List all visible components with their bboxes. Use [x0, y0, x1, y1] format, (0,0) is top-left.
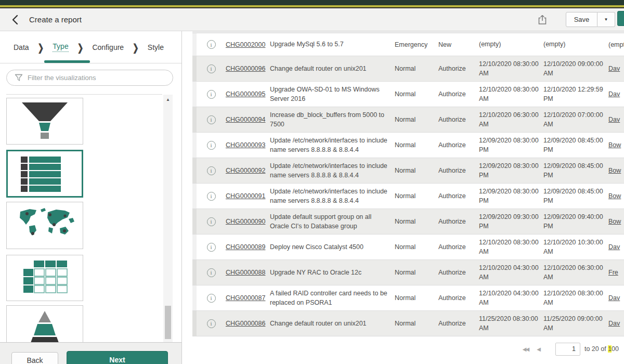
viz-list-scrollbar[interactable]: ▲ ▼ [163, 95, 173, 364]
next-button[interactable]: Next [67, 351, 168, 364]
step-separator-icon: ❯ [38, 42, 44, 53]
start-date-cell: 12/10/2020 08:30:00 AM [479, 59, 543, 78]
short-description-cell: A failed RAID controller card needs to b… [270, 289, 395, 307]
start-date-cell: 12/09/2020 08:30:00 PM [479, 136, 543, 154]
info-icon[interactable]: i [207, 192, 216, 201]
change-number-link[interactable]: CHG0000088 [226, 269, 265, 276]
change-number-link[interactable]: CHG0000092 [226, 167, 265, 174]
info-icon[interactable]: i [207, 294, 216, 303]
priority-cell: Normal [395, 243, 438, 251]
change-number-link[interactable]: CHG0002000 [226, 41, 265, 48]
back-button[interactable]: Back [11, 352, 58, 364]
assigned-to-link[interactable]: Dav [608, 294, 620, 302]
change-number-link[interactable]: CHG0000087 [226, 294, 265, 302]
state-cell: New [438, 41, 479, 48]
table-row[interactable]: i CHG0000090 Update default support grou… [192, 209, 624, 235]
assigned-to-link[interactable]: Dav [608, 90, 620, 98]
state-cell: Authorize [438, 65, 479, 72]
end-date-cell: 12/10/2020 07:00:00 AM [543, 110, 608, 129]
assigned-to-link[interactable]: Dav [608, 243, 620, 251]
save-dropdown-button[interactable]: ▼ [597, 12, 615, 27]
info-icon[interactable]: i [207, 141, 216, 150]
info-icon[interactable]: i [207, 64, 216, 73]
table-row[interactable]: i CHG0000086 Change default router on un… [192, 311, 624, 336]
info-icon[interactable]: i [207, 166, 216, 175]
wizard-steps: Data ❯ Type ❯ Configure ❯ Style [0, 31, 181, 63]
row-left-strip [192, 285, 197, 310]
table-row[interactable]: i CHG0000089 Deploy new Cisco Catalyst 4… [192, 235, 624, 260]
back-chevron-button[interactable] [8, 13, 22, 27]
filter-field [6, 70, 173, 86]
assigned-to-link[interactable]: Dav [608, 320, 620, 327]
info-icon[interactable]: i [207, 319, 216, 328]
assigned-to-link[interactable]: Bow [608, 192, 621, 200]
change-number-link[interactable]: CHG0000089 [226, 243, 265, 251]
viz-option-world-map[interactable] [6, 202, 83, 249]
save-button[interactable]: Save [566, 12, 597, 27]
row-left-strip [192, 209, 197, 234]
state-cell: Authorize [438, 294, 479, 302]
change-number-link[interactable]: CHG0000086 [226, 320, 265, 327]
scroll-up-icon[interactable]: ▲ [163, 96, 173, 104]
previous-page-icon[interactable]: ◀ [537, 346, 540, 352]
assigned-to-link[interactable]: (empty) [608, 41, 624, 48]
step-configure[interactable]: Configure [92, 43, 124, 51]
table-row[interactable]: i CHG0000088 Upgrade NY RAC to Oracle 12… [192, 260, 624, 285]
first-page-icon[interactable]: ◀◀ [523, 346, 528, 352]
table-row[interactable]: i CHG0000095 Upgrade OWA-SD-01 to MS Win… [192, 82, 624, 107]
short-description-cell: Update default support group on all Orac… [270, 212, 395, 231]
assigned-to-link[interactable]: Bow [608, 141, 621, 149]
row-left-strip [192, 158, 197, 183]
change-number-link[interactable]: CHG0000096 [226, 65, 265, 72]
filter-visualizations-input[interactable] [6, 70, 173, 86]
step-data[interactable]: Data [14, 43, 29, 51]
end-date-cell: (empty) [543, 40, 608, 49]
end-date-cell: 12/09/2020 08:45:00 PM [543, 161, 608, 180]
short-description-cell: Upgrade OWA-SD-01 to MS Windows Server 2… [270, 85, 395, 103]
info-icon[interactable]: i [207, 40, 216, 49]
info-icon[interactable]: i [207, 243, 216, 252]
funnel-filter-icon [15, 74, 23, 82]
viz-option-funnel[interactable] [6, 98, 83, 145]
assigned-to-link[interactable]: Fre [608, 269, 618, 276]
pagination-range-text: to 20 of 100 [584, 345, 619, 353]
assigned-to-link[interactable]: Dav [608, 116, 620, 123]
table-row[interactable]: i CHG0000087 A failed RAID controller ca… [192, 285, 624, 311]
change-number-link[interactable]: CHG0000095 [226, 90, 265, 98]
short-description-cell: Update /etc/network/interfaces to includ… [270, 187, 395, 205]
row-left-strip [192, 311, 197, 336]
info-icon[interactable]: i [207, 217, 216, 226]
table-row[interactable]: i CHG0000094 Increase db_block_buffers f… [192, 107, 624, 133]
table-row[interactable]: i CHG0000091 Update /etc/network/interfa… [192, 184, 624, 209]
info-icon[interactable]: i [207, 268, 216, 277]
info-icon[interactable]: i [207, 90, 216, 99]
row-left-strip [192, 82, 197, 107]
table-row[interactable]: i CHG0000093 Update /etc/network/interfa… [192, 133, 624, 158]
page-number-input[interactable] [555, 343, 580, 356]
assigned-to-link[interactable]: Bow [608, 167, 621, 174]
info-icon[interactable]: i [207, 115, 216, 124]
share-button[interactable] [535, 12, 550, 28]
state-cell: Authorize [438, 116, 479, 123]
change-number-link[interactable]: CHG0000091 [226, 192, 265, 200]
state-cell: Authorize [438, 167, 479, 174]
table-row[interactable]: i CHG0000092 Update /etc/network/interfa… [192, 158, 624, 184]
assigned-to-link[interactable]: Bow [608, 218, 621, 225]
change-number-link[interactable]: CHG0000094 [226, 116, 265, 123]
report-wizard-panel: Data ❯ Type ❯ Configure ❯ Style [0, 31, 182, 364]
step-style[interactable]: Style [148, 43, 164, 51]
header: Create a report Save ▼ [0, 8, 624, 31]
change-number-link[interactable]: CHG0000090 [226, 218, 265, 225]
step-type[interactable]: Type [53, 42, 68, 52]
table-row[interactable]: i CHG0000096 Change default router on un… [192, 56, 624, 82]
scrollbar-thumb[interactable] [165, 306, 171, 339]
viz-option-list[interactable] [6, 150, 83, 198]
end-date-cell: 12/10/2020 08:30:00 AM [543, 289, 608, 307]
viz-option-heatmap[interactable] [6, 255, 83, 301]
list-icon [8, 151, 82, 196]
assigned-to-link[interactable]: Dav [608, 65, 620, 72]
run-button-partial[interactable] [617, 11, 624, 26]
table-row[interactable]: i CHG0002000 Upgrade MySql 5.6 to 5.7 Em… [192, 33, 624, 56]
change-number-link[interactable]: CHG0000093 [226, 141, 265, 149]
priority-cell: Emergency [395, 41, 438, 48]
